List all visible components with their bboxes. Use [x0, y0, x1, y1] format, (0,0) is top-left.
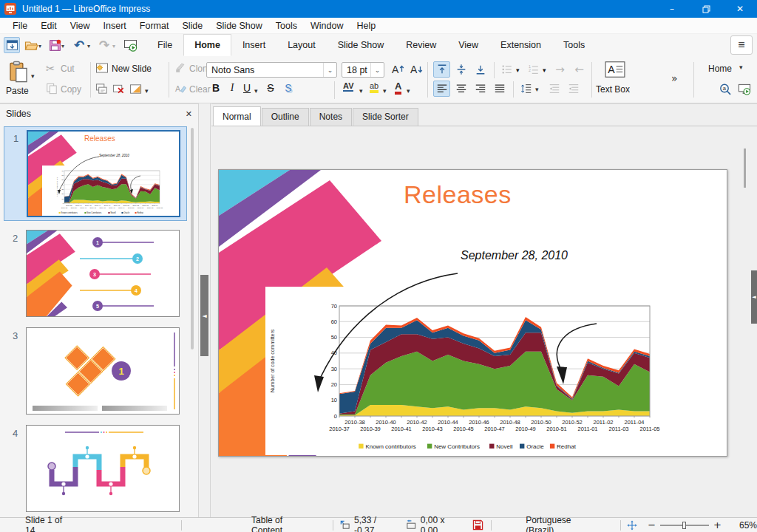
font-name-combobox[interactable]: Noto Sans ⌄ [206, 62, 337, 78]
sidebar-collapse-handle[interactable]: ◄ [751, 270, 757, 324]
increase-font-icon[interactable]: A [390, 62, 405, 77]
shadow-button[interactable]: S [281, 80, 296, 96]
align-bottom-icon[interactable] [472, 61, 489, 78]
view-tab-normal[interactable]: Normal [213, 106, 261, 126]
annotation-release-date[interactable]: September 28, 2010 [461, 249, 568, 262]
context-selector-label[interactable]: Home [708, 64, 732, 74]
text-box-label[interactable]: Text Box [596, 84, 630, 95]
undo-icon[interactable]: ↶ [71, 37, 87, 53]
delete-slide-icon[interactable] [112, 83, 125, 95]
menu-edit[interactable]: Edit [34, 19, 64, 33]
highlight-color-icon[interactable]: ab [370, 81, 378, 93]
zoom-search-icon[interactable]: a [719, 83, 732, 96]
restore-button[interactable] [689, 0, 723, 18]
view-tab-notes[interactable]: Notes [310, 108, 352, 126]
font-color-icon[interactable]: A [395, 81, 401, 95]
menu-file[interactable]: File [6, 19, 34, 33]
ribbon-tab-review[interactable]: Review [395, 34, 447, 56]
layout-dropdown-icon[interactable]: ▾ [145, 87, 149, 95]
menu-slide[interactable]: Slide [175, 19, 209, 33]
workspace-vertical-scrollbar[interactable] [744, 149, 746, 188]
slide-thumbnail-2[interactable]: 2 12345 [4, 227, 187, 321]
undo-dropdown-icon[interactable]: ▾ [87, 43, 90, 50]
open-dropdown-icon[interactable]: ▾ [38, 43, 41, 50]
context-dropdown-icon[interactable]: ▾ [739, 64, 743, 71]
ribbon-tab-slide-show[interactable]: Slide Show [327, 34, 396, 56]
font-size-combobox[interactable]: 18 pt ⌄ [342, 62, 384, 78]
zoom-out-button[interactable]: − [648, 519, 656, 531]
menu-format[interactable]: Format [133, 19, 176, 33]
slide-thumbnail-4[interactable]: 4 [4, 422, 187, 516]
slide-canvas[interactable]: Releases September 28, 2010 Xmas + 3.3.0… [218, 169, 727, 457]
notebookbar-toggle-icon[interactable] [4, 37, 20, 53]
slide-thumbnail-3[interactable]: 3 1 [4, 324, 187, 419]
ribbon-tab-home[interactable]: Home [183, 34, 231, 56]
view-tab-slide-sorter[interactable]: Slide Sorter [353, 108, 418, 126]
ribbon-tab-extension[interactable]: Extension [489, 34, 552, 56]
highlight-dropdown-icon[interactable]: ▾ [383, 87, 387, 95]
panel-collapse-handle[interactable]: ◄ [200, 275, 208, 356]
language-selector[interactable]: Portuguese (Brazil) [526, 515, 595, 532]
bold-button[interactable]: B [208, 80, 223, 96]
insert-text-box-icon[interactable]: A [605, 61, 625, 78]
line-spacing-icon[interactable] [517, 81, 534, 97]
new-slide-label[interactable]: New Slide [112, 64, 152, 74]
ribbon-tab-tools[interactable]: Tools [552, 34, 596, 56]
slides-panel-scrollbar[interactable] [191, 128, 194, 349]
line-spacing-dropdown-icon[interactable]: ▾ [535, 86, 539, 93]
panel-divider[interactable]: ◄ [198, 103, 211, 517]
ribbon-tab-insert[interactable]: Insert [231, 34, 276, 56]
paste-dropdown-icon[interactable]: ▾ [31, 72, 35, 80]
slide-thumbnail-1[interactable]: 1 Releases September 28, 2010 Xmas + 3.3… [4, 126, 187, 221]
fit-slide-icon[interactable] [627, 520, 637, 531]
zoom-in-button[interactable]: + [713, 519, 722, 531]
font-size-dropdown-icon[interactable]: ⌄ [370, 63, 384, 77]
releases-chart-object[interactable]: 0102030405060702010-372010-382010-392010… [265, 287, 673, 455]
fontcolor-dropdown-icon[interactable]: ▾ [407, 87, 410, 95]
strikethrough-button[interactable]: S [263, 80, 278, 96]
align-center-icon[interactable] [452, 81, 469, 97]
view-tab-outline[interactable]: Outline [262, 108, 309, 126]
slide-layout-icon[interactable] [129, 83, 142, 95]
zoom-slider-thumb[interactable] [682, 522, 686, 529]
spacing-dropdown-icon[interactable]: ▾ [359, 87, 363, 95]
menubar-toggle-button[interactable]: ≡ [730, 35, 753, 55]
align-right-icon[interactable] [472, 81, 489, 97]
paste-icon[interactable] [9, 61, 28, 83]
presentation-screen-icon[interactable] [738, 83, 751, 96]
menu-insert[interactable]: Insert [97, 19, 133, 33]
decrease-font-icon[interactable]: A [409, 62, 424, 77]
save-icon[interactable] [47, 37, 63, 53]
redo-icon[interactable]: ↷ [96, 37, 112, 53]
save-dropdown-icon[interactable]: ▾ [61, 43, 64, 50]
menu-slide-show[interactable]: Slide Show [209, 19, 269, 33]
character-spacing-icon[interactable]: AV [343, 81, 353, 92]
slide-title[interactable]: Releases [404, 180, 512, 209]
unsaved-changes-icon[interactable] [472, 519, 483, 531]
minimize-button[interactable]: – [655, 0, 689, 18]
underline-dropdown-icon[interactable]: ▾ [254, 87, 258, 95]
italic-button[interactable]: I [225, 80, 240, 96]
close-button[interactable]: ✕ [723, 0, 757, 18]
toolbar-overflow-button[interactable]: » [671, 72, 678, 84]
align-justify-icon[interactable] [491, 81, 508, 97]
slides-panel-close-icon[interactable]: ✕ [186, 109, 192, 119]
menu-help[interactable]: Help [350, 19, 382, 33]
paste-label[interactable]: Paste [6, 86, 29, 96]
font-name-dropdown-icon[interactable]: ⌄ [323, 63, 336, 77]
zoom-slider[interactable] [660, 525, 709, 526]
align-center-vertical-icon[interactable] [452, 61, 469, 78]
menu-view[interactable]: View [64, 19, 97, 33]
menu-window[interactable]: Window [304, 19, 350, 33]
ribbon-tab-file[interactable]: File [146, 34, 183, 56]
new-slide-icon[interactable] [95, 61, 109, 75]
menu-tools[interactable]: Tools [269, 19, 304, 33]
ribbon-tab-layout[interactable]: Layout [276, 34, 327, 56]
underline-button[interactable]: U [240, 80, 254, 96]
align-left-icon[interactable] [433, 81, 450, 97]
align-top-icon[interactable] [433, 61, 450, 78]
duplicate-slide-icon[interactable] [95, 83, 108, 95]
start-presentation-icon[interactable] [122, 37, 138, 53]
open-file-icon[interactable] [23, 37, 39, 53]
ribbon-tab-view[interactable]: View [447, 34, 489, 56]
